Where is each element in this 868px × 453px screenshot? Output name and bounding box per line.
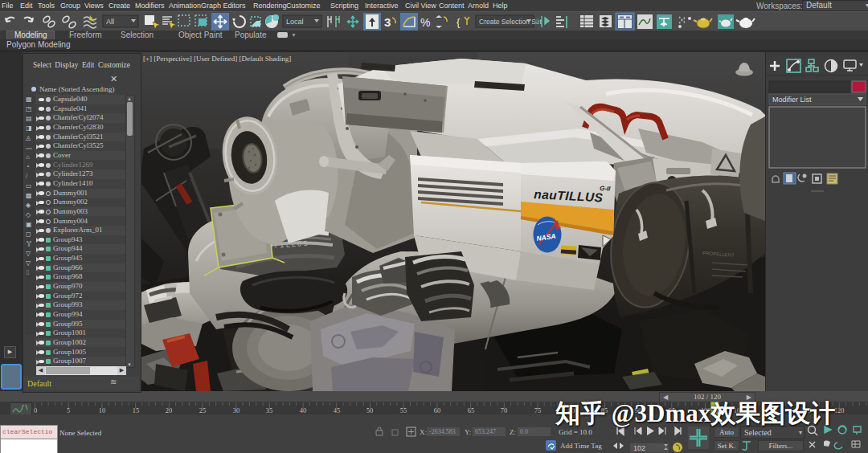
svg-text:Modifier List: Modifier List (772, 96, 812, 104)
svg-text:{: { (457, 16, 461, 28)
svg-text:3: 3 (384, 15, 391, 29)
svg-text:All: All (106, 18, 114, 26)
svg-text:Local: Local (286, 18, 304, 26)
svg-text:%: % (420, 16, 430, 29)
svg-text:102: 102 (633, 444, 645, 452)
svg-text:G-II: G-II (600, 185, 612, 193)
svg-text:Create Selection Set: Create Selection Set (479, 18, 542, 26)
